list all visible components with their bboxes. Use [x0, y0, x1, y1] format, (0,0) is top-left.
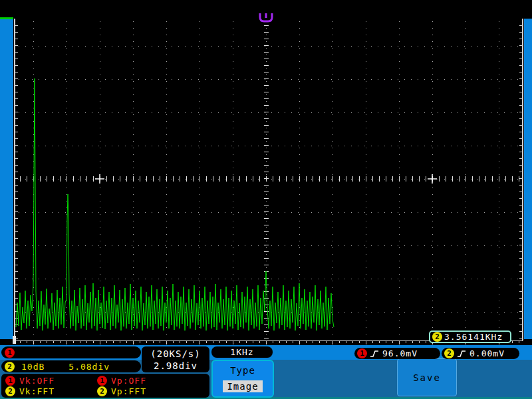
type-menu-button[interactable]: Type Image — [211, 360, 274, 398]
channel2-badge: 2 — [444, 348, 454, 358]
rising-edge-icon — [457, 350, 467, 358]
vk-ch2-status: Vk:FFT — [19, 386, 55, 396]
graticule-display — [0, 0, 532, 345]
right-ruler-line — [522, 19, 523, 340]
oscilloscope-screen: 2 3.56141KHz 1 2 10dB 5.08div (20KS/s) 2… — [0, 0, 532, 399]
channel2-badge: 2 — [432, 332, 442, 342]
save-button[interactable]: Save — [397, 358, 457, 396]
vp-ch2-status: Vp:FFT — [111, 386, 146, 396]
sample-rate: (20KS/s) — [150, 348, 200, 359]
vp-ch1-status: Vp:OFF — [111, 376, 146, 386]
rising-edge-icon — [370, 350, 380, 358]
channel1-badge: 1 — [97, 376, 107, 386]
save-button-label: Save — [413, 372, 441, 383]
trigger-level-ch1: 1 96.0mV — [354, 348, 440, 359]
left-margin — [0, 19, 13, 339]
frequency-reference-box: 1KHz — [211, 346, 273, 358]
channel1-badge: 1 — [5, 348, 15, 358]
trigger-level-ch2-value: 0.00mV — [469, 348, 505, 358]
cursor-frequency-readout: 2 3.56141KHz — [429, 331, 511, 343]
frequency-reference: 1KHz — [230, 347, 253, 357]
left-ruler-line — [14, 19, 15, 340]
trace-position-marker — [0, 17, 13, 19]
channel2-badge: 2 — [5, 362, 15, 372]
cursor-frequency-value: 3.56141KHz — [444, 332, 503, 342]
bottom-ruler-end-block — [13, 336, 16, 344]
trigger-level-ch2: 2 0.00mV — [442, 348, 519, 359]
cursor-status-box: 1 Vk:OFF 1 Vp:OFF 2 Vk:FFT 2 Vp:FFT — [1, 374, 209, 398]
channel2-position: 5.08div — [68, 362, 110, 372]
type-menu-label: Type — [230, 365, 255, 376]
channel1-status-box: 1 — [1, 346, 141, 358]
trigger-level-ch1-value: 96.0mV — [382, 348, 418, 358]
acquisition-box: (20KS/s) 2.98div — [142, 346, 209, 372]
acquisition-window: 2.98div — [154, 360, 198, 371]
channel1-badge: 1 — [5, 376, 15, 386]
type-menu-selected-value[interactable]: Image — [223, 380, 262, 392]
right-margin — [524, 19, 532, 339]
channel2-scale: 10dB — [21, 362, 45, 372]
channel1-badge: 1 — [357, 348, 367, 358]
channel2-badge: 2 — [5, 386, 15, 396]
vk-ch1-status: Vk:OFF — [19, 376, 55, 386]
channel2-status-box: 2 10dB 5.08div — [1, 360, 141, 372]
channel2-badge: 2 — [97, 386, 107, 396]
